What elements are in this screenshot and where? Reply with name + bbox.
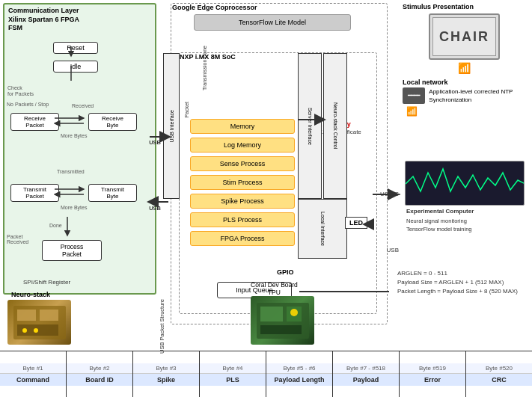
packet-cell-bottom-6: Error (400, 374, 465, 386)
coral-board-label: Coral Dev Board TPU (251, 281, 298, 296)
packet-cell-top-0: Byte #1 (0, 363, 66, 374)
process-boxes: Memory Log Memory Sense Process Stim Pro… (190, 119, 295, 250)
packet-table: Byte #1 Command Byte #2 Board ID Byte #3… (0, 351, 532, 397)
sense-process-box: Sense Process (190, 156, 295, 171)
packet-structure-label: USB Packet Structure (159, 299, 165, 354)
coral-svg (253, 299, 313, 342)
packet-cell-top-3: Byte #4 (200, 363, 266, 374)
received-label: Received (72, 103, 94, 108)
more-bytes-label: More Bytes (61, 133, 87, 138)
packet-cell-bottom-7: CRC (466, 374, 532, 386)
receive-byte-state: ReceiveByte (88, 113, 137, 131)
neuro-control-label: Neuro-stack Control (333, 102, 338, 149)
done-label: Done (49, 223, 62, 228)
oscilloscope-display (405, 161, 525, 206)
svg-point-5 (34, 328, 38, 333)
wifi-icon-bottom: 📶 (406, 106, 526, 117)
comm-layer-title: Communication Layer Xilinx Spartan 6 FPG… (8, 7, 79, 33)
transmit-byte-state: TransmitByte (88, 184, 137, 202)
packet-cell-bottom-4: Payload Length (266, 374, 332, 386)
stimulus-title: Stimulus Presentation (403, 3, 526, 10)
router-icon: ━━━━ (403, 87, 425, 104)
exp-computer-text: Neural signal monitoring TensorFlow mode… (406, 217, 526, 234)
log-memory-box: Log Memory (190, 138, 295, 153)
nxp-outer-panel: TensorFlow Lite Model Memory Log Memory … (171, 3, 388, 324)
packet-cell-top-4: Byte #5 - #6 (266, 363, 332, 374)
receive-packet-state: ReceivePacket (10, 113, 59, 131)
packet-cell-5: Byte #7 - #518 Payload (333, 351, 400, 397)
packet-cell-top-2: Byte #3 (133, 363, 199, 374)
memory-box: Memory (190, 119, 295, 134)
packet-cell-top-5: Byte #7 - #518 (333, 363, 399, 374)
chair-label: CHAIR (439, 29, 489, 45)
more-bytes2-label: More Bytes (61, 205, 87, 210)
transmitted-label: Transmitted (57, 169, 85, 174)
packet-cell-bottom-0: Command (0, 374, 66, 386)
tensorflow-box: TensorFlow Lite Model (194, 14, 351, 31)
arglen-info: ARGLEN = 0 - 511 Payload Size = ARGLEN +… (397, 269, 528, 296)
server-interface-col: Server Interface (298, 53, 322, 199)
neuro-control-col: Neuro-stack Control (323, 53, 347, 199)
svg-rect-2 (40, 310, 58, 321)
stim-process-box: Stim Process (190, 175, 295, 190)
idle-state: Idle (53, 61, 98, 73)
local-network-panel: Local network ━━━━ Application-level cor… (403, 79, 526, 117)
google-edge-label: Google Edge Coprocessor (172, 4, 257, 11)
main-container: Communication Layer Xilinx Spartan 6 FPG… (0, 0, 532, 397)
gpio-label: GPIO (277, 268, 294, 276)
svg-point-10 (290, 309, 298, 316)
check-packets-label: Checkfor Packets (7, 85, 34, 98)
packet-cell-0: Byte #1 Command (0, 351, 67, 397)
fpga-process-box: FPGA Process (190, 231, 295, 246)
stimulus-panel: Stimulus Presentation CHAIR 📶 (403, 3, 526, 76)
packet-cell-7: Byte #520 CRC (466, 351, 532, 397)
packet-cell-bottom-5: Payload (333, 374, 399, 386)
nxp-inner-panel: Memory Log Memory Sense Process Stim Pro… (179, 52, 377, 314)
packet-cell-4: Byte #5 - #6 Payload Length (266, 351, 333, 397)
packet-cell-top-6: Byte #519 (400, 363, 465, 374)
local-network-text: Application-level corrected NTP Synchron… (429, 87, 526, 104)
local-interface-label: Local Interface (320, 212, 325, 246)
usb-label-left2: USB (149, 205, 161, 212)
pls-process-box: PLS Process (190, 212, 295, 227)
svg-rect-9 (260, 325, 302, 334)
reset-state: Reset (53, 42, 98, 54)
exp-computer-title: Experimental Computer (406, 208, 526, 215)
neuro-stack-image (7, 300, 71, 345)
chair-screen: CHAIR (432, 17, 496, 56)
local-network-title: Local network (403, 79, 526, 86)
local-network-content: ━━━━ Application-level corrected NTP Syn… (403, 87, 526, 104)
svg-point-4 (22, 328, 27, 333)
stimulus-display: CHAIR (429, 13, 500, 60)
packet-cell-top-1: Byte #2 (67, 363, 132, 374)
coral-board-image (251, 296, 314, 345)
packet-cell-bottom-2: Spike (133, 374, 199, 386)
waveform-svg (406, 161, 525, 206)
no-packets-label: No Packets / Stop (7, 102, 49, 107)
neuro-stack-svg (10, 302, 70, 343)
spi-label: SPI/Shift Register (23, 279, 70, 286)
nxp-label: NXP i.MX 8M SoC (180, 53, 236, 61)
packet-cell-6: Byte #519 Error (400, 351, 466, 397)
comm-layer-panel: Communication Layer Xilinx Spartan 6 FPG… (3, 3, 156, 295)
usb-bottom-label: USB (387, 247, 399, 253)
usb-interface-label: USB Interface (169, 110, 174, 143)
wifi-icon-top: 📶 (403, 62, 526, 74)
process-packet-state: ProcessPacket (42, 240, 102, 261)
svg-rect-7 (260, 307, 283, 321)
packet-cell-3: Byte #4 PLS (200, 351, 266, 397)
packet-cell-1: Byte #2 Board ID (67, 351, 133, 397)
neuro-stack-label: Neuro-stack (11, 291, 50, 298)
usb-interface-col: USB Interface (163, 53, 180, 199)
spike-process-box: Spike Process (190, 194, 295, 209)
packet-cell-top-7: Byte #520 (466, 363, 532, 374)
transmit-packet-state: TransmitPacket (10, 184, 59, 202)
server-interface-label: Server Interface (308, 108, 313, 145)
packet-received-label: PacketReceived (7, 234, 28, 244)
usb-c-label: USB-C (380, 191, 399, 197)
led-box: LED (345, 217, 367, 229)
packet-cell-bottom-3: PLS (200, 374, 266, 386)
usb-label-left: USB (149, 139, 161, 146)
packet-cell-bottom-1: Board ID (67, 374, 132, 386)
packet-cell-2: Byte #3 Spike (133, 351, 200, 397)
